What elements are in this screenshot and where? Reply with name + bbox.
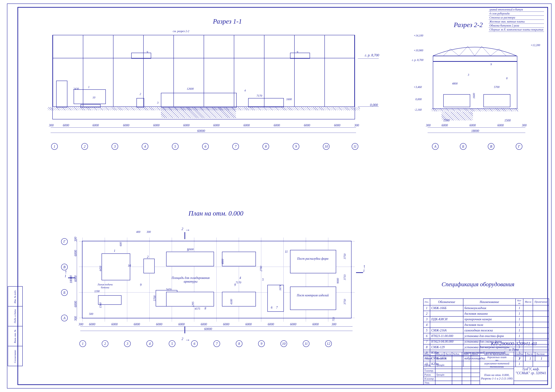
equip-1 [74,89,106,104]
dim: 4800 [221,259,224,264]
mh: Подп. [462,352,471,356]
dim: 300 [354,123,359,127]
dim: 6000 [268,323,274,326]
section-2-2-drawing [426,35,524,129]
dim: 7470 [166,288,171,291]
sheet-h: Лист [526,352,535,356]
dim: 400 [136,230,140,233]
axis-circle: 2 [81,143,88,150]
svg-line-4 [468,46,475,56]
stage: У [514,356,526,361]
ground-hatch [47,107,360,110]
dim: 6000 [74,301,78,307]
spec-h-pos: Поз. [424,299,430,305]
callout-9b: 9 [297,51,298,54]
spec-row: 2дисковая машина1 [424,311,549,316]
name: Ершанов [435,356,452,361]
dim: 18000 [69,276,73,283]
elev: +3,460 [414,86,422,89]
mh: Дата [471,352,480,356]
view-name: План на отм. 0.000, Разрезы 1-1 и 2-2 (1… [480,369,514,385]
dim-pit: 12600 [187,87,194,90]
callout-9a: 9 [146,51,148,54]
dim: 6000 [274,123,280,127]
eq-3a [222,252,256,266]
dim: 6000 [93,123,99,127]
beton-line-label: Линия подачи бетона [95,283,116,289]
role: Руков. [424,373,435,377]
dim: 6000 [497,123,504,127]
desc: по [496,359,498,362]
dim: 6000 [245,323,252,326]
spec-h-name: Наименование [463,299,516,305]
dim: 2780 [260,266,263,271]
elev: +14,100 [414,34,423,37]
mh: Лист [444,352,452,356]
name [435,369,452,373]
dim: 1600 [472,93,475,99]
mh: Изм. [424,352,435,356]
callout-10: 10 [93,96,95,99]
dim: 300 [74,316,78,321]
dim: 3750 [343,254,346,259]
spec-row: 687Н23-11.00.000установка для очистки фо… [424,333,549,339]
dim: 4450 [99,266,102,271]
dim: 6000 [304,123,310,127]
axis-circle: 11 [352,143,358,150]
spec-row: 1СМЖ-166Ббетоноукладчик1 [424,305,549,311]
svg-line-2 [450,49,459,56]
bind-label: Согласовано [14,349,17,363]
eq-12600b [166,292,214,306]
axis-circle: В [61,264,68,270]
pit-left [443,94,470,107]
dim: 6000 [63,123,69,127]
title-block: КП-290600-320941-03 г. Тула Изм. Кол.уч … [423,340,548,385]
dim: 300 [522,123,526,127]
dim: 6000 [156,323,162,326]
eq-12600a [166,252,214,266]
dim: 6000 [183,123,190,127]
dim: 6000 [134,323,140,326]
dim-crane: 2430 [73,87,79,90]
dim: 6000 [442,123,448,127]
axis-circle: Г [516,143,522,150]
roof-layers-callout: гравий втопленный в битум 4 слоя руберои… [489,8,544,32]
armature-area-label: Площадь для складирования арматуры [164,276,217,283]
crane-rail-22 [433,61,517,62]
axis-circle: 5 [172,143,179,150]
roof-layer: Жесткие мин. ватные плиты [489,20,544,24]
dim: 300 [79,323,83,326]
dim: 6000 [153,123,160,127]
bind-label: Инв. № подл. [14,289,17,303]
axis-circle: 3 [111,143,118,150]
bind-label: Взам. инв. № [14,329,17,343]
dim: 300 [74,237,78,241]
cut-mark-2-top: 2 [182,227,183,231]
dim: 6000 [123,123,129,127]
axis-circle: 4 [146,340,153,347]
dim-total: 60000 [197,129,205,133]
dim: 6000 [243,123,250,127]
svg-line-7 [490,49,499,56]
roof-layer: 4 слоя рубероида [489,12,544,16]
crane-1 [131,53,151,59]
axis-circle: 7 [232,143,239,150]
callout-8: 8 [506,77,508,80]
roof-layer: Сборные ж.б. комплексные плиты покрытия [489,28,544,32]
dim: 6000 [74,276,78,282]
dim: 300 [426,123,431,127]
eq-3b [222,292,256,306]
section-1-1-drawing [52,35,355,119]
role: Утв. [424,381,435,385]
eq-2 [143,259,155,273]
axis-circle: В [488,143,494,150]
dim: 6000 [223,323,229,326]
dim: 1295 [191,302,195,307]
binding-strip: Инв. № подл. Подп. и дата Взам. инв. № С… [8,286,23,366]
see-section-note: см. разрез 2-2 [173,30,189,33]
spec-title: Спецификация оборудования [442,281,514,288]
dim: 4180 [230,299,233,305]
axis-circle: 1 [80,340,86,347]
callout-9c: 9 [490,63,492,66]
dim: 6000 [178,323,185,326]
